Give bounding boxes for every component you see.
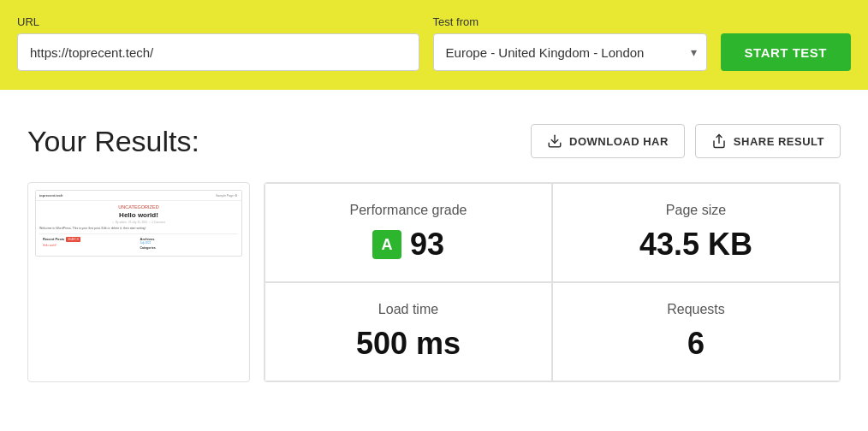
results-actions: DOWNLOAD HAR SHARE RESULT [531, 124, 841, 158]
download-har-button[interactable]: DOWNLOAD HAR [531, 124, 685, 158]
test-from-select[interactable]: Europe - United Kingdom - London US - Ea… [433, 33, 707, 71]
requests-label: Requests [667, 302, 725, 317]
page-size-value: 43.5 KB [639, 227, 752, 263]
share-result-label: SHARE RESULT [734, 135, 824, 148]
page-size-label: Page size [666, 203, 726, 218]
metric-load-time: Load time 500 ms [265, 282, 552, 381]
performance-grade-label: Performance grade [350, 203, 467, 218]
share-icon [711, 133, 727, 149]
performance-grade-number: 93 [410, 227, 444, 263]
metrics-grid: Performance grade A 93 Page size 43.5 KB… [264, 182, 841, 382]
requests-value: 6 [687, 326, 705, 362]
test-from-select-wrapper: Europe - United Kingdom - London US - Ea… [433, 33, 707, 71]
main-content: Your Results: DOWNLOAD HAR SHARE RESULT [10, 90, 858, 416]
url-group: URL [17, 15, 419, 71]
test-from-label: Test from [433, 15, 707, 28]
results-title: Your Results: [27, 125, 199, 158]
site-preview: toprecent.tech Sample Page ⚙ UNCATEGORIZ… [35, 190, 242, 257]
performance-grade-value-row: A 93 [372, 227, 444, 263]
download-har-label: DOWNLOAD HAR [569, 135, 669, 148]
start-test-button[interactable]: START TEST [721, 33, 851, 71]
load-time-label: Load time [378, 302, 438, 317]
load-time-value: 500 ms [356, 326, 461, 362]
screenshot-panel: toprecent.tech Sample Page ⚙ UNCATEGORIZ… [27, 182, 250, 382]
grade-badge: A [372, 230, 401, 259]
metric-page-size: Page size 43.5 KB [552, 183, 840, 282]
url-label: URL [17, 15, 419, 28]
metric-performance-grade: Performance grade A 93 [265, 183, 552, 282]
share-result-button[interactable]: SHARE RESULT [695, 124, 841, 158]
results-grid: toprecent.tech Sample Page ⚙ UNCATEGORIZ… [27, 182, 841, 382]
header-bar: URL Test from Europe - United Kingdom - … [0, 0, 868, 90]
download-icon [547, 133, 562, 149]
url-input[interactable] [17, 33, 419, 71]
results-header: Your Results: DOWNLOAD HAR SHARE RESULT [27, 124, 841, 158]
test-from-group: Test from Europe - United Kingdom - Lond… [433, 15, 707, 71]
metric-requests: Requests 6 [552, 282, 840, 381]
